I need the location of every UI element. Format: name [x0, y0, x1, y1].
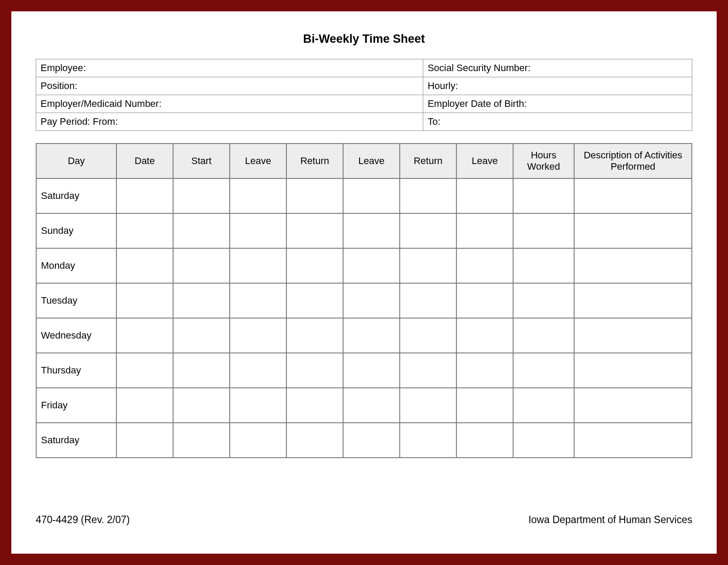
employee-info-table: Employee: Social Security Number: Positi…	[36, 59, 692, 131]
cell-return	[400, 353, 456, 388]
timesheet-table: Day Date Start Leave Return Leave Return…	[36, 143, 692, 458]
cell-return	[400, 213, 456, 248]
cell-hours	[513, 388, 574, 423]
cell-leave	[230, 248, 286, 283]
cell-day: Sunday	[36, 213, 116, 248]
cell-date	[116, 213, 173, 248]
cell-leave	[456, 318, 513, 353]
header-hours-worked: Hours Worked	[513, 144, 574, 178]
table-row: Saturday	[36, 423, 692, 458]
cell-return	[286, 283, 343, 318]
cell-leave	[230, 283, 286, 318]
cell-hours	[513, 248, 574, 283]
document-footer: 470-4429 (Rev. 2/07) Iowa Department of …	[36, 514, 692, 526]
cell-day: Saturday	[36, 423, 116, 458]
header-description: Description of Activities Performed	[574, 144, 692, 178]
cell-hours	[513, 423, 574, 458]
cell-return	[400, 248, 456, 283]
cell-description	[574, 353, 692, 388]
cell-leave	[230, 353, 286, 388]
header-leave-1: Leave	[230, 144, 286, 178]
cell-description	[574, 283, 692, 318]
timesheet-header-row: Day Date Start Leave Return Leave Return…	[36, 144, 692, 178]
cell-start	[173, 248, 230, 283]
cell-start	[173, 423, 230, 458]
cell-day: Friday	[36, 388, 116, 423]
cell-leave	[230, 388, 286, 423]
table-row: Sunday	[36, 213, 692, 248]
cell-return	[400, 178, 456, 213]
page-content: Bi-Weekly Time Sheet Employee: Social Se…	[11, 11, 717, 458]
header-start: Start	[173, 144, 230, 178]
header-return-1: Return	[286, 144, 343, 178]
cell-leave	[343, 353, 400, 388]
cell-return	[286, 388, 343, 423]
cell-date	[116, 353, 173, 388]
info-row: Employee: Social Security Number:	[36, 59, 692, 77]
cell-leave	[230, 213, 286, 248]
info-position-label: Position:	[36, 77, 423, 95]
cell-description	[574, 388, 692, 423]
header-return-2: Return	[400, 144, 456, 178]
document-frame: Bi-Weekly Time Sheet Employee: Social Se…	[0, 0, 728, 565]
header-day: Day	[36, 144, 116, 178]
cell-return	[400, 318, 456, 353]
header-leave-3: Leave	[456, 144, 513, 178]
info-hourly-label: Hourly:	[423, 77, 692, 95]
info-employee-label: Employee:	[36, 59, 423, 77]
cell-date	[116, 423, 173, 458]
cell-leave	[456, 353, 513, 388]
cell-description	[574, 178, 692, 213]
info-row: Position: Hourly:	[36, 77, 692, 95]
cell-start	[173, 283, 230, 318]
cell-leave	[343, 213, 400, 248]
cell-description	[574, 213, 692, 248]
cell-hours	[513, 178, 574, 213]
cell-start	[173, 353, 230, 388]
cell-return	[286, 423, 343, 458]
cell-leave	[343, 178, 400, 213]
cell-hours	[513, 318, 574, 353]
cell-leave	[230, 318, 286, 353]
form-number: 470-4429 (Rev. 2/07)	[36, 514, 130, 526]
info-employer-medicaid-label: Employer/Medicaid Number:	[36, 95, 423, 113]
cell-return	[286, 318, 343, 353]
cell-day: Saturday	[36, 178, 116, 213]
cell-return	[286, 353, 343, 388]
cell-day: Wednesday	[36, 318, 116, 353]
cell-leave	[230, 423, 286, 458]
cell-date	[116, 318, 173, 353]
cell-leave	[343, 283, 400, 318]
cell-leave	[230, 178, 286, 213]
cell-leave	[456, 388, 513, 423]
table-row: Thursday	[36, 353, 692, 388]
cell-return	[400, 283, 456, 318]
agency-name: Iowa Department of Human Services	[528, 514, 692, 526]
timesheet-body: Saturday Sunday	[36, 178, 692, 458]
table-row: Tuesday	[36, 283, 692, 318]
info-pay-period-to-label: To:	[423, 113, 692, 131]
cell-start	[173, 213, 230, 248]
cell-return	[400, 423, 456, 458]
cell-leave	[456, 213, 513, 248]
cell-leave	[456, 248, 513, 283]
cell-leave	[343, 318, 400, 353]
header-date: Date	[116, 144, 173, 178]
cell-return	[400, 388, 456, 423]
info-row: Employer/Medicaid Number: Employer Date …	[36, 95, 692, 113]
header-leave-2: Leave	[343, 144, 400, 178]
table-row: Monday	[36, 248, 692, 283]
table-row: Friday	[36, 388, 692, 423]
cell-return	[286, 248, 343, 283]
cell-return	[286, 178, 343, 213]
table-row: Saturday	[36, 178, 692, 213]
cell-description	[574, 318, 692, 353]
cell-hours	[513, 353, 574, 388]
cell-start	[173, 388, 230, 423]
cell-hours	[513, 283, 574, 318]
cell-day: Thursday	[36, 353, 116, 388]
cell-description	[574, 248, 692, 283]
info-row: Pay Period: From: To:	[36, 113, 692, 131]
info-pay-period-from-label: Pay Period: From:	[36, 113, 423, 131]
cell-leave	[343, 423, 400, 458]
